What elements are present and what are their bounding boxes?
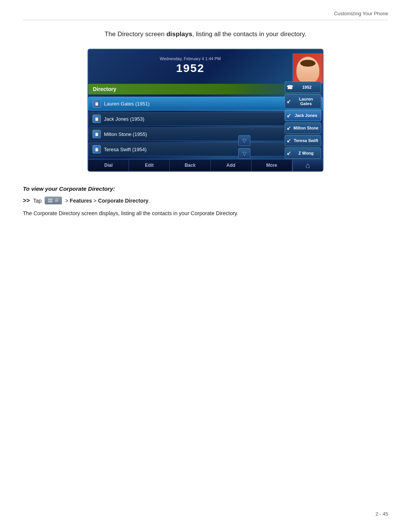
soft-key-teresa[interactable]: ↙ Teresa Swift (285, 135, 321, 146)
soft-keys-panel: ☎ 1952 ↙ Lauren Gates ↙ Jack Jones ↙ Mil… (285, 80, 323, 160)
step1-suffix: > Features > Corporate Directory. (65, 198, 150, 204)
section-title: Customizing Your Phone (334, 11, 388, 16)
instructions-section: To view your Corporate Directory: >> Tap… (23, 185, 388, 217)
instruction-description: The Corporate Directory screen displays,… (23, 209, 388, 217)
arrow-marker: >> (23, 197, 30, 204)
toolbar-dial[interactable]: Dial (88, 160, 129, 171)
soft-key-zwong[interactable]: ↙ Z Wong (285, 147, 321, 159)
toolbar-more[interactable]: More (252, 160, 292, 171)
menu-lines-icon (48, 199, 53, 202)
date-display: Wednesday, February 4 1:44 PM (88, 56, 292, 61)
soft-key-milton[interactable]: ↙ Milton Stone (285, 122, 321, 134)
contact-softkey-icon: ↙ (287, 137, 291, 144)
intro-paragraph: The Directory screen displays, listing a… (23, 30, 388, 38)
contact-softkey-icon: ↙ (287, 150, 291, 156)
instructions-heading: To view your Corporate Directory: (23, 185, 388, 192)
soft-key-label: Lauren Gates (293, 97, 319, 106)
toolbar-add[interactable]: Add (211, 160, 252, 171)
phone-top-bar: Wednesday, February 4 1:44 PM 1952 (88, 50, 323, 84)
page-number: 2 - 45 (376, 511, 388, 517)
menu-button-image[interactable]: ☰ (45, 197, 62, 204)
phone-icon: ☎ (287, 84, 293, 90)
phone-datetime-area: Wednesday, February 4 1:44 PM 1952 (88, 53, 292, 75)
contact-icon: 📋 (92, 115, 101, 123)
soft-key-label: Milton Stone (293, 126, 319, 130)
toolbar-back[interactable]: Back (170, 160, 210, 171)
soft-key-label: Jack Jones (293, 113, 319, 118)
contact-softkey-icon: ↙ (287, 112, 291, 118)
contact-icon: 📋 (92, 145, 101, 153)
contact-softkey-icon: ↙ (287, 98, 291, 104)
contact-softkey-icon: ↙ (287, 125, 291, 131)
scroll-down-arrow[interactable]: ▽ (238, 135, 250, 146)
soft-key-extension[interactable]: ☎ 1952 (285, 81, 321, 93)
extension-display: 1952 (88, 62, 292, 75)
header-rule (23, 20, 388, 20)
scroll-down-arrow2[interactable]: ▽ (238, 148, 250, 159)
contact-icon: 📋 (92, 99, 101, 108)
soft-key-label: Teresa Swift (293, 138, 319, 143)
tap-prefix: Tap (33, 198, 42, 204)
toolbar-edit[interactable]: Edit (129, 160, 170, 171)
user-avatar (292, 53, 323, 84)
phone-toolbar: Dial Edit Back Add More ⌂ (88, 159, 323, 171)
toolbar-home[interactable]: ⌂ (292, 160, 323, 171)
contact-icon: 📋 (92, 130, 101, 138)
soft-key-label: Z Wong (293, 151, 319, 155)
soft-key-jack[interactable]: ↙ Jack Jones (285, 110, 321, 121)
soft-key-label: 1952 (295, 85, 319, 89)
phone-screen: Wednesday, February 4 1:44 PM 1952 Direc… (88, 49, 323, 172)
avatar-face (296, 57, 319, 83)
phone-body-row: Directory 📋 Lauren Gates (1951) 📋 Jack J… (88, 84, 323, 159)
main-content: The Directory screen displays, listing a… (23, 30, 388, 220)
soft-key-lauren[interactable]: ↙ Lauren Gates (285, 94, 321, 109)
instruction-step1: >> Tap ☰ > Features > Corporate Director… (23, 197, 388, 204)
